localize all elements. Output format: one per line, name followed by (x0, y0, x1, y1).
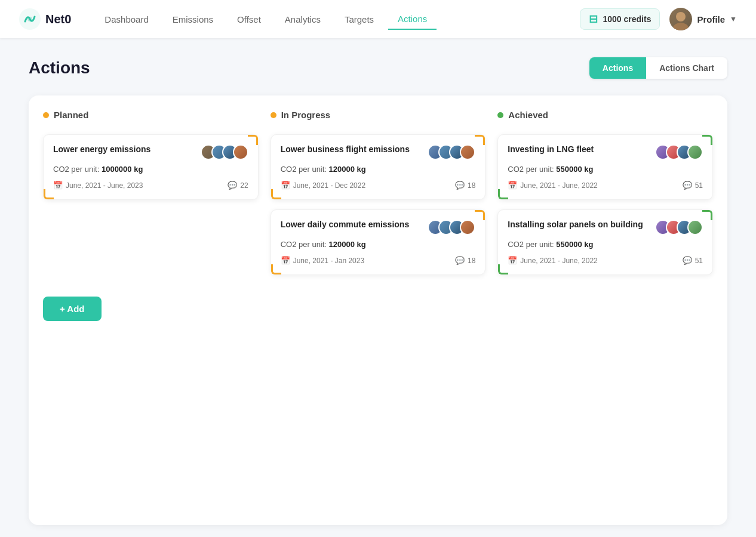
card-date-4: 📅 June, 2021 - June, 2022 (508, 181, 597, 190)
status-dot-planned (43, 112, 49, 118)
card-co2-4: CO2 per unit: 550000 kg (508, 165, 703, 174)
card-lower-energy[interactable]: Lower energy emissions CO2 per unit: 100… (43, 134, 259, 200)
avatar-2-4 (460, 144, 475, 160)
logo[interactable]: Net0 (19, 8, 71, 30)
card-co2-2: CO2 per unit: 120000 kg (281, 165, 476, 174)
column-title-inprogress: In Progress (281, 110, 331, 120)
card-title-3: Lower daily commute emissions (281, 220, 423, 229)
calendar-icon-5: 📅 (508, 256, 517, 265)
card-title-4: Investing in LNG fleet (508, 144, 650, 154)
column-achieved: Achieved Investing in LNG fleet CO2 pe (497, 110, 713, 285)
avatar-4 (233, 144, 248, 160)
calendar-icon-2: 📅 (281, 181, 290, 190)
card-footer-1: 📅 June, 2021 - June, 2023 💬 22 (53, 181, 248, 190)
card-header-1: Lower energy emissions (53, 144, 248, 160)
column-title-planned: Planned (54, 110, 88, 120)
nav-emissions[interactable]: Emissions (163, 10, 223, 29)
nav-right: ⊟ 1000 credits Profile ▼ (580, 8, 737, 30)
page-content: Actions Actions Actions Chart Planned Lo… (0, 38, 756, 537)
card-footer-5: 📅 June, 2021 - June, 2022 💬 51 (508, 256, 703, 265)
calendar-icon-4: 📅 (508, 181, 517, 190)
card-footer-3: 📅 June, 2021 - Jan 2023 💬 18 (281, 256, 476, 265)
card-co2-5: CO2 per unit: 550000 kg (508, 240, 703, 249)
avatar-group-3 (428, 220, 475, 235)
credits-value: 1000 credits (603, 14, 651, 24)
avatar-group-1 (201, 144, 248, 160)
card-title-2: Lower business flight emissions (281, 144, 423, 154)
card-solar[interactable]: Installing solar panels on building CO2 … (497, 209, 713, 275)
nav-offset[interactable]: Offset (228, 10, 271, 29)
profile-section[interactable]: Profile ▼ (669, 8, 737, 30)
column-header-inprogress: In Progress (271, 110, 486, 125)
nav-analytics[interactable]: Analytics (275, 10, 330, 29)
card-comments-5: 💬 51 (683, 256, 703, 265)
svg-point-1 (27, 17, 32, 21)
credits-badge: ⊟ 1000 credits (580, 8, 660, 30)
add-button[interactable]: + Add (43, 297, 102, 321)
card-title-1: Lower energy emissions (53, 144, 196, 154)
nav-targets[interactable]: Targets (335, 10, 383, 29)
avatar-5-4 (687, 220, 703, 235)
navbar: Net0 Dashboard Emissions Offset Analytic… (0, 0, 756, 38)
card-date-3: 📅 June, 2021 - Jan 2023 (281, 256, 364, 265)
card-date-1: 📅 June, 2021 - June, 2023 (53, 181, 143, 190)
kanban-board: Planned Lower energy emissions CO2 per (29, 95, 727, 525)
avatar-4-4 (687, 144, 703, 160)
chevron-down-icon: ▼ (730, 15, 737, 23)
card-header-4: Investing in LNG fleet (508, 144, 703, 160)
status-dot-achieved (497, 112, 503, 118)
card-comments-2: 💬 18 (455, 181, 475, 190)
message-icon-4: 💬 (683, 181, 692, 190)
card-header-3: Lower daily commute emissions (281, 220, 476, 235)
nav-links: Dashboard Emissions Offset Analytics Tar… (95, 9, 580, 30)
view-toggle: Actions Actions Chart (589, 57, 727, 79)
column-header-achieved: Achieved (497, 110, 713, 125)
card-date-2: 📅 June, 2021 - Dec 2022 (281, 181, 365, 190)
board-columns: Planned Lower energy emissions CO2 per (43, 110, 713, 285)
logo-text: Net0 (45, 13, 71, 26)
message-icon-5: 💬 (683, 256, 692, 265)
card-comments-4: 💬 51 (683, 181, 703, 190)
card-header-5: Installing solar panels on building (508, 220, 703, 235)
card-header-2: Lower business flight emissions (281, 144, 476, 160)
nav-actions[interactable]: Actions (388, 9, 437, 30)
card-footer-2: 📅 June, 2021 - Dec 2022 💬 18 (281, 181, 476, 190)
column-inprogress: In Progress Lower business flight emissi… (271, 110, 486, 285)
message-icon: 💬 (228, 181, 237, 190)
card-footer-4: 📅 June, 2021 - June, 2022 💬 51 (508, 181, 703, 190)
calendar-icon-3: 📅 (281, 256, 290, 265)
column-header-planned: Planned (43, 110, 259, 125)
message-icon-2: 💬 (455, 181, 465, 190)
avatar-group-4 (655, 144, 703, 160)
avatar (669, 8, 692, 30)
profile-name: Profile (697, 14, 725, 24)
card-co2-1: CO2 per unit: 1000000 kg (53, 165, 248, 174)
nav-dashboard[interactable]: Dashboard (95, 10, 158, 29)
avatar-group-5 (655, 220, 703, 235)
avatar-group-2 (428, 144, 475, 160)
column-title-achieved: Achieved (508, 110, 548, 120)
column-planned: Planned Lower energy emissions CO2 per (43, 110, 259, 285)
calendar-icon: 📅 (53, 181, 63, 190)
card-commute[interactable]: Lower daily commute emissions CO2 per un… (271, 209, 486, 275)
page-header: Actions Actions Actions Chart (29, 57, 727, 79)
actions-chart-button[interactable]: Actions Chart (646, 57, 727, 79)
credits-icon: ⊟ (589, 13, 598, 26)
avatar-3-4 (460, 220, 475, 235)
card-comments-3: 💬 18 (455, 256, 475, 265)
card-title-5: Installing solar panels on building (508, 220, 650, 229)
message-icon-3: 💬 (455, 256, 465, 265)
actions-view-button[interactable]: Actions (589, 57, 646, 79)
svg-point-3 (673, 23, 689, 30)
status-dot-inprogress (271, 112, 276, 118)
card-lng[interactable]: Investing in LNG fleet CO2 per unit: 550… (497, 134, 713, 200)
page-title: Actions (29, 58, 90, 78)
card-co2-3: CO2 per unit: 120000 kg (281, 240, 476, 249)
svg-point-2 (676, 12, 686, 21)
card-business-flights[interactable]: Lower business flight emissions CO2 per … (271, 134, 486, 200)
card-date-5: 📅 June, 2021 - June, 2022 (508, 256, 597, 265)
card-comments-1: 💬 22 (228, 181, 248, 190)
